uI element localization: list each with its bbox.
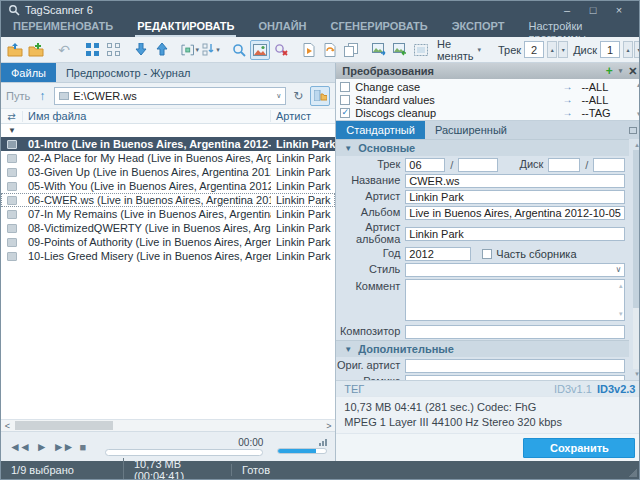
orig-artist-input[interactable] [405, 359, 625, 373]
search-button[interactable] [229, 40, 249, 60]
import-artwork-button[interactable] [369, 40, 389, 60]
title-input[interactable] [405, 174, 625, 188]
menu-online[interactable]: ОНЛАЙН [256, 19, 308, 35]
transform-item[interactable]: Standard values → --ALL [340, 93, 627, 106]
checkbox-checked[interactable]: ✓ [340, 108, 350, 118]
panel-expand-icon[interactable] [629, 127, 637, 134]
path-combobox[interactable]: E:\CWER.ws ∨ [54, 87, 286, 105]
artist-input[interactable] [405, 190, 625, 204]
horizontal-scrollbar[interactable]: < > [1, 419, 335, 431]
stop-button[interactable]: ■ [79, 441, 86, 453]
deselect-all-button[interactable] [103, 40, 123, 60]
transform-item[interactable]: Change case → --ALL [340, 80, 627, 93]
scroll-right-icon[interactable]: > [322, 421, 335, 431]
file-row[interactable]: 07-In My Remains (Live in Buenos Aires, … [1, 207, 335, 221]
folder-tree-toggle[interactable] [310, 86, 330, 106]
file-row[interactable]: 02-A Place for My Head (Live in Buenos A… [1, 151, 335, 165]
checkbox-unchecked[interactable] [482, 249, 492, 259]
move-down-button[interactable] [131, 40, 151, 60]
transform-item[interactable]: ✓ Discogs cleanup → --TAG [340, 106, 627, 119]
comment-textarea[interactable] [405, 279, 625, 321]
tag-id3v1[interactable]: ID3v1.1 [554, 383, 592, 395]
track-input[interactable] [405, 158, 445, 172]
tab-extended[interactable]: Расширенный [425, 121, 517, 139]
remix-input[interactable] [405, 375, 625, 380]
seek-slider[interactable] [105, 449, 263, 456]
composer-input[interactable] [405, 325, 625, 339]
save-button[interactable]: Сохранить [523, 438, 635, 458]
album-artist-input[interactable] [405, 227, 625, 241]
disc-input[interactable] [548, 158, 580, 172]
tag-id3v2[interactable]: ID3v2.3 [597, 383, 636, 395]
maximize-button[interactable]: □ [587, 4, 599, 16]
section-extra[interactable]: ▼ Дополнительные [336, 340, 629, 357]
rewind-button[interactable]: ◄◄ [9, 440, 29, 454]
move-up-button[interactable] [152, 40, 172, 60]
group-collapse-row[interactable]: ▼ [1, 124, 335, 137]
menu-export[interactable]: ЭКСПОРТ [450, 19, 507, 35]
file-row[interactable]: 10-Lies Greed Misery (Live in Buenos Air… [1, 249, 335, 263]
add-folder-button[interactable] [26, 40, 46, 60]
menu-generate[interactable]: СГЕНЕРИРОВАТЬ [329, 19, 430, 35]
reload-tags-button[interactable] [320, 40, 340, 60]
scroll-left-icon[interactable]: < [1, 421, 14, 431]
disc-spin-down-icon[interactable]: ▾ [634, 41, 640, 58]
artwork-frame-button[interactable] [411, 40, 431, 60]
export-artwork-button[interactable] [390, 40, 410, 60]
checkbox-unchecked[interactable] [340, 95, 350, 105]
file-row[interactable]: 06-CWER.ws (Live in Buenos Aires, Argent… [1, 193, 335, 207]
copy-tags-button[interactable] [341, 40, 361, 60]
volume-slider[interactable] [277, 448, 327, 454]
sort-button[interactable]: ▾ [201, 40, 221, 60]
disc-total-input[interactable] [593, 158, 625, 172]
file-row[interactable]: 01-Intro (Live in Buenos Aires, Argentin… [1, 137, 335, 151]
year-input[interactable] [405, 247, 471, 261]
track-total-input[interactable] [458, 158, 498, 172]
undo-icon[interactable]: ↶ [54, 40, 74, 60]
tab-preview-log[interactable]: Предпросмотр - Журнал [56, 63, 201, 82]
column-artist[interactable]: Артист [271, 110, 335, 122]
open-folder-button[interactable] [5, 40, 25, 60]
close-transforms-icon[interactable]: ✕ [628, 65, 637, 78]
tab-files[interactable]: Файлы [1, 63, 56, 82]
scrollbar-thumb[interactable] [633, 150, 640, 308]
folder-up-icon[interactable]: ↑ [34, 89, 50, 103]
close-button[interactable]: × [613, 4, 625, 16]
refresh-icon[interactable]: ↻ [290, 89, 306, 103]
scroll-up-icon[interactable]: ▴ [635, 141, 639, 149]
file-row[interactable]: 09-Points of Authority (Live in Buenos A… [1, 235, 335, 249]
artwork-mode-dropdown[interactable]: Не менять ▾ [432, 41, 486, 59]
forward-button[interactable]: ►► [53, 440, 73, 454]
track-spin-down-icon[interactable]: ▾ [558, 41, 568, 58]
minimize-button[interactable]: – [561, 4, 573, 16]
checkbox-unchecked[interactable] [340, 82, 350, 92]
disc-value[interactable]: 1 [600, 41, 620, 58]
scroll-up-icon[interactable]: ▴ [619, 282, 623, 290]
section-main[interactable]: ▼ Основные [336, 139, 629, 156]
column-filename[interactable]: Имя файла [23, 110, 271, 122]
file-row[interactable]: 05-With You (Live in Buenos Aires, Argen… [1, 179, 335, 193]
form-scrollbar[interactable]: ▴ ▾ [632, 141, 640, 378]
transform-menu-icon[interactable]: ▾ [619, 67, 623, 75]
file-row[interactable]: 03-Given Up (Live in Buenos Aires, Argen… [1, 165, 335, 179]
preview-toggle-button[interactable] [250, 40, 270, 60]
track-value[interactable]: 2 [524, 41, 544, 58]
caret-down-icon[interactable]: ∨ [276, 92, 281, 100]
file-row[interactable]: 08-VictimizedQWERTY (Live in Buenos Aire… [1, 221, 335, 235]
selection-mode-button[interactable]: ▾ [180, 40, 200, 60]
clear-search-button[interactable] [271, 40, 291, 60]
album-input[interactable] [405, 206, 625, 220]
add-transform-icon[interactable]: + [606, 64, 613, 78]
select-all-button[interactable] [82, 40, 102, 60]
track-spin-up-icon[interactable]: ▴ [547, 41, 557, 58]
scrollbar-thumb[interactable] [15, 421, 113, 430]
compilation-checkbox[interactable]: Часть сборника [482, 248, 576, 260]
play-file-button[interactable] [299, 40, 319, 60]
disc-spin-up-icon[interactable]: ▴ [623, 41, 633, 58]
genre-select[interactable]: ∨ [405, 263, 625, 277]
tab-standard[interactable]: Стандартный [336, 121, 425, 139]
shuffle-icon[interactable]: ⇄ [1, 111, 23, 122]
menu-rename[interactable]: ПЕРЕИМЕНОВАТЬ [11, 19, 115, 35]
resize-grip[interactable] [629, 469, 637, 477]
scroll-down-icon[interactable]: ▾ [619, 310, 623, 318]
